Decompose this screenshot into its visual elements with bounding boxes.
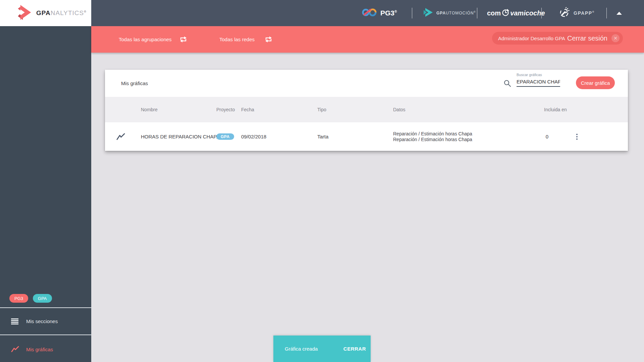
logged-user-name: Administrador Desarrollo GPA — [498, 36, 565, 41]
gpapp-wrench-icon — [559, 7, 570, 19]
gpa-analytics-logo: GPANALYTICS® — [0, 0, 91, 26]
column-header-tipo: Tipo — [317, 97, 326, 122]
swap-networks-icon[interactable] — [265, 36, 272, 44]
row-data-line-2: Reparación / Estimación horas Chapa — [393, 137, 472, 142]
pg3-infinity-icon — [362, 7, 377, 19]
snackbar-message: Gráfica creada — [285, 346, 318, 352]
create-chart-button[interactable]: Crear gráfica — [576, 76, 615, 89]
column-header-nombre: Nombre — [141, 97, 158, 122]
header-divider — [606, 8, 607, 18]
user-session-pill: Administrador Desarrollo GPA Cerrar sesi… — [492, 32, 623, 45]
stopwatch-icon — [501, 8, 510, 18]
pg3-badge: PG3 — [9, 294, 28, 303]
row-project-badge-cell: GPA — [216, 122, 234, 151]
filter-all-networks[interactable]: Todas las redes — [219, 26, 255, 53]
row-included-count: 0 — [540, 122, 554, 151]
row-name: HORAS DE REPARACION CHAPA — [141, 122, 220, 151]
snackbar: Gráfica creada CERRAR — [273, 336, 371, 362]
table-row[interactable]: HORAS DE REPARACION CHAPA GPA 09/02/2018… — [105, 122, 628, 151]
row-data-line-1: Reparación / Estimación horas Chapa — [393, 131, 472, 137]
sidebar: PG3 GPA Mis secciones Mis gráficas — [0, 26, 91, 362]
logout-close-icon[interactable]: ✕ — [611, 34, 620, 42]
chevron-up-icon — [616, 12, 622, 15]
header-divider — [477, 8, 477, 18]
row-date: 09/02/2018 — [241, 122, 266, 151]
sidebar-badges: PG3 GPA — [9, 294, 52, 303]
top-header-bar: GPANALYTICS® PG3® GPAUTOMOCIÓN® com — [0, 0, 644, 26]
page-title: Mis gráficas — [121, 70, 148, 97]
comprovamicoche-logo: com vamicoche — [487, 0, 545, 26]
gpautomocion-logo: GPAUTOMOCIÓN® — [423, 0, 476, 26]
gpa-badge: GPA — [33, 294, 52, 303]
gpa-analytics-wordmark: GPANALYTICS® — [36, 9, 87, 17]
snackbar-close-button[interactable]: CERRAR — [343, 346, 366, 352]
row-data-cell: Reparación / Estimación horas Chapa Repa… — [393, 122, 472, 151]
search-graphs-input[interactable] — [517, 78, 560, 87]
my-charts-card: Mis gráficas Buscar gráficas Crear gráfi… — [105, 70, 628, 151]
project-badge: GPA — [216, 133, 234, 140]
collapse-header-button[interactable] — [614, 0, 624, 26]
gpautomocion-arrow-icon — [423, 7, 433, 19]
sidebar-item-mis-secciones[interactable]: Mis secciones — [0, 308, 91, 335]
card-header: Mis gráficas Buscar gráficas Crear gráfi… — [105, 70, 628, 97]
search-field: Buscar gráficas — [517, 73, 560, 87]
gpa-analytics-arrow-icon — [15, 4, 32, 22]
logout-button[interactable]: Cerrar sesión — [567, 35, 607, 42]
column-header-proyecto: Proyecto — [216, 97, 235, 122]
swap-groups-icon[interactable] — [179, 36, 187, 44]
row-type: Tarta — [317, 122, 328, 151]
row-actions-menu-button[interactable] — [572, 122, 582, 151]
sidebar-item-mis-graficas[interactable]: Mis gráficas — [0, 335, 91, 362]
filter-all-groups[interactable]: Todas las agrupaciones — [119, 26, 172, 53]
line-chart-icon — [11, 346, 19, 353]
sections-list-icon — [11, 318, 18, 324]
search-icon[interactable] — [503, 79, 512, 89]
column-header-datos: Datos — [393, 97, 406, 122]
table-header-row: Nombre Proyecto Fecha Tipo Datos Incluid… — [105, 97, 628, 122]
column-header-fecha: Fecha — [241, 97, 254, 122]
search-field-label: Buscar gráficas — [517, 73, 560, 77]
filter-bar: Todas las agrupaciones Todas las redes A… — [91, 26, 644, 53]
gpapp-logo: GPAPP® — [559, 0, 595, 26]
column-header-incluida-en: Incluida en — [544, 97, 567, 122]
pg3-logo: PG3® — [362, 0, 397, 26]
header-divider — [412, 8, 412, 18]
header-divider — [541, 8, 542, 18]
kebab-icon — [576, 134, 578, 140]
row-chart-icon — [116, 122, 125, 151]
